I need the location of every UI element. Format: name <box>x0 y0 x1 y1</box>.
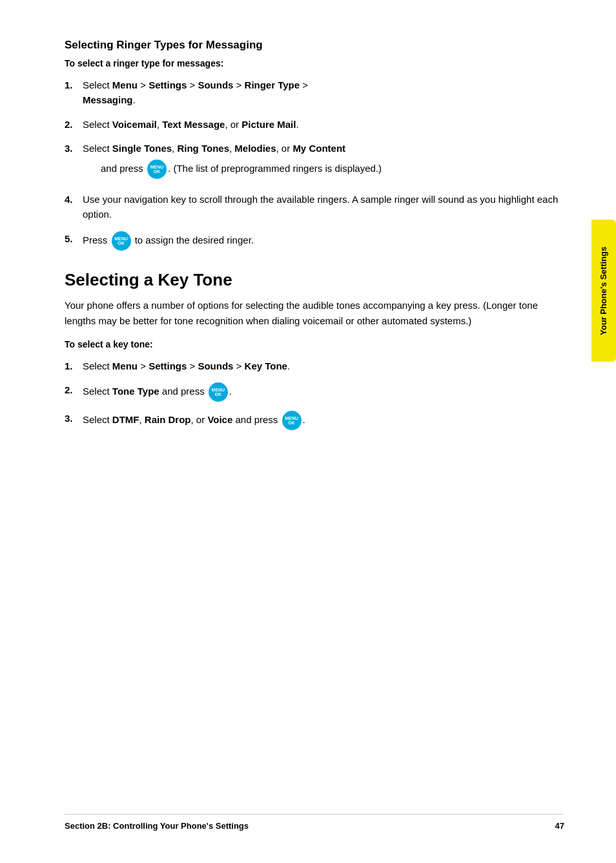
step-number: 3. <box>65 141 83 156</box>
footer: Section 2B: Controlling Your Phone's Set… <box>65 814 564 831</box>
section2-paragraph: Your phone offers a number of options fo… <box>65 298 564 329</box>
section1-steps-list: 1. Select Menu > Settings > Sounds > Rin… <box>65 78 564 251</box>
step-number: 3. <box>65 411 83 426</box>
step-indent: and press MENU OK . (The list of preprog… <box>101 160 564 179</box>
menu-button-icon: MENU OK <box>112 231 131 251</box>
step-1-3: 3. Select Single Tones, Ring Tones, Melo… <box>65 141 564 183</box>
step-number: 1. <box>65 78 83 92</box>
step-1-2: 2. Select Voicemail, Text Message, or Pi… <box>65 117 564 132</box>
footer-section-label: Section 2B: Controlling Your Phone's Set… <box>65 821 249 831</box>
page-container: Your Phone's Settings Selecting Ringer T… <box>0 0 616 863</box>
step-number: 4. <box>65 192 83 207</box>
step-1-5: 5. Press MENU OK to assign the desired r… <box>65 231 564 251</box>
step-number: 2. <box>65 382 83 397</box>
step-content: Select Menu > Settings > Sounds > Key To… <box>83 359 564 373</box>
step-1-4: 4. Use your navigation key to scroll thr… <box>65 192 564 222</box>
side-tab: Your Phone's Settings <box>591 220 616 362</box>
step-number: 2. <box>65 117 83 132</box>
step-content: Select Single Tones, Ring Tones, Melodie… <box>83 141 564 183</box>
section2-main-heading: Selecting a Key Tone <box>65 270 564 290</box>
step-2-3: 3. Select DTMF, Rain Drop, or Voice and … <box>65 411 564 430</box>
step-number: 5. <box>65 231 83 246</box>
step-content: Select DTMF, Rain Drop, or Voice and pre… <box>83 411 564 430</box>
step-content: Select Tone Type and press MENU OK . <box>83 382 564 402</box>
section2-sub-instruction: To select a key tone: <box>65 339 564 349</box>
menu-button-icon: MENU OK <box>147 160 167 179</box>
section1-sub-instruction: To select a ringer type for messages: <box>65 58 564 68</box>
step-content: Select Menu > Settings > Sounds > Ringer… <box>83 78 564 108</box>
section1-heading: Selecting Ringer Types for Messaging <box>65 39 564 52</box>
step-content: Select Voicemail, Text Message, or Pictu… <box>83 117 564 132</box>
menu-button-icon: MENU OK <box>282 411 302 430</box>
step-2-1: 1. Select Menu > Settings > Sounds > Key… <box>65 359 564 373</box>
step-2-2: 2. Select Tone Type and press MENU OK . <box>65 382 564 402</box>
section2-steps-list: 1. Select Menu > Settings > Sounds > Key… <box>65 359 564 430</box>
step-content: Press MENU OK to assign the desired ring… <box>83 231 564 251</box>
footer-page-number: 47 <box>555 821 564 831</box>
step-1-1: 1. Select Menu > Settings > Sounds > Rin… <box>65 78 564 108</box>
step-number: 1. <box>65 359 83 373</box>
menu-button-icon: MENU OK <box>209 382 228 402</box>
step-content: Use your navigation key to scroll throug… <box>83 192 564 222</box>
